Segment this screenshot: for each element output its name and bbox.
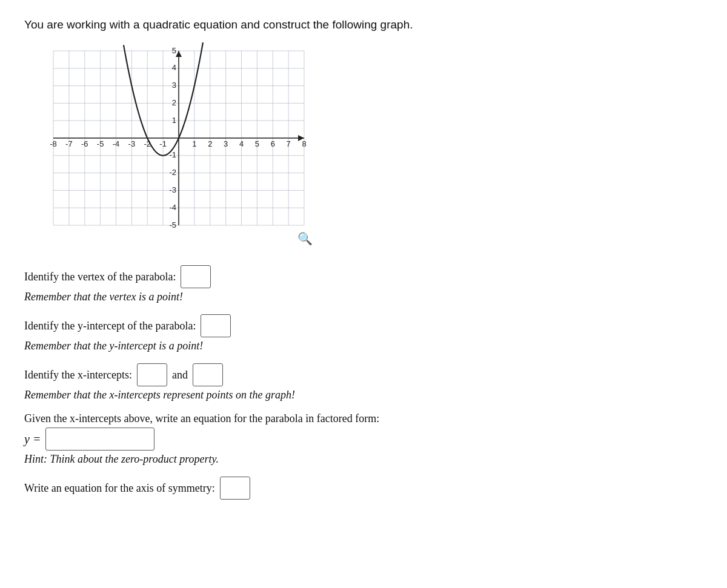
factored-form-hint: Hint: Think about the zero-product prope… xyxy=(24,453,703,466)
vertex-label: Identify the vertex of the parabola: xyxy=(24,271,176,283)
axis-symmetry-line: Write an equation for the axis of symmet… xyxy=(24,477,703,500)
graph-container: 🔍 xyxy=(24,42,315,248)
y-intercept-hint: Remember that the y-intercept is a point… xyxy=(24,340,703,352)
y-intercept-line: Identify the y-intercept of the parabola… xyxy=(24,314,703,337)
vertex-line: Identify the vertex of the parabola: xyxy=(24,265,703,288)
vertex-hint: Remember that the vertex is a point! xyxy=(24,291,703,303)
y-intercept-question: Identify the y-intercept of the parabola… xyxy=(24,314,703,352)
factored-form-label: Given the x-intercepts above, write an e… xyxy=(24,412,379,425)
y-intercept-input[interactable] xyxy=(201,314,231,337)
vertex-input[interactable] xyxy=(181,265,211,288)
y-intercept-label: Identify the y-intercept of the parabola… xyxy=(24,320,196,332)
factored-form-input[interactable] xyxy=(45,428,154,451)
factored-form-eq-line: y = xyxy=(24,428,703,451)
page-title: You are working with a quadratic equatio… xyxy=(24,18,703,31)
x-intercepts-hint: Remember that the x-intercepts represent… xyxy=(24,389,703,401)
x-intercept-input-1[interactable] xyxy=(137,363,167,386)
x-intercepts-line: Identify the x-intercepts: and xyxy=(24,363,703,386)
factored-form-desc-line: Given the x-intercepts above, write an e… xyxy=(24,412,703,425)
vertex-question: Identify the vertex of the parabola: Rem… xyxy=(24,265,703,303)
x-intercepts-question: Identify the x-intercepts: and Remember … xyxy=(24,363,703,401)
magnify-icon[interactable]: 🔍 xyxy=(297,231,313,246)
axis-symmetry-question: Write an equation for the axis of symmet… xyxy=(24,477,703,500)
x-intercept-input-2[interactable] xyxy=(193,363,223,386)
y-equals-label: y = xyxy=(24,432,41,446)
and-text: and xyxy=(172,369,188,382)
parabola-graph xyxy=(24,42,315,242)
x-intercepts-label: Identify the x-intercepts: xyxy=(24,369,132,382)
axis-symmetry-label: Write an equation for the axis of symmet… xyxy=(24,482,215,495)
axis-symmetry-input[interactable] xyxy=(220,477,250,500)
factored-form-question: Given the x-intercepts above, write an e… xyxy=(24,412,703,466)
